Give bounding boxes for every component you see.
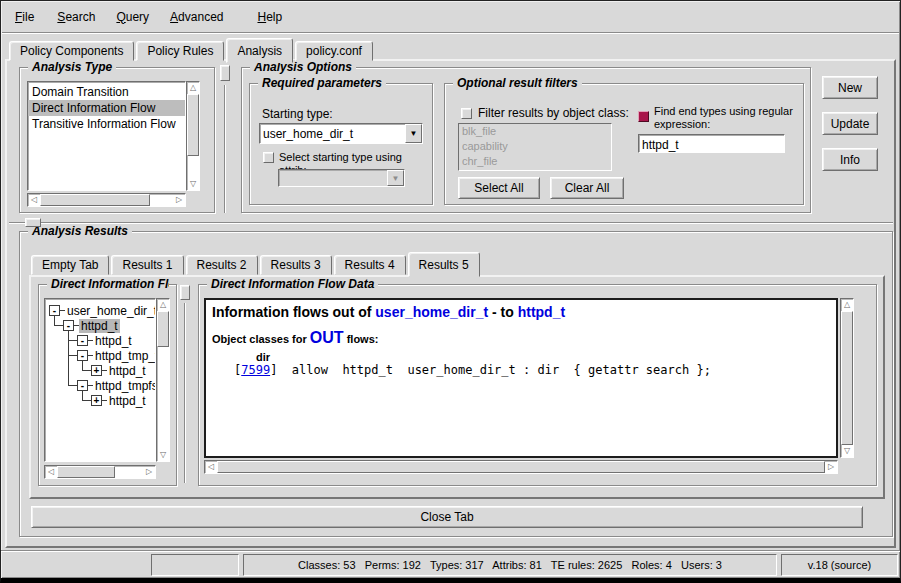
- analysis-type-vscrollbar[interactable]: △ ▽: [186, 81, 200, 191]
- flow-tree-hscrollbar[interactable]: ◁ ▷: [44, 465, 156, 479]
- scrollbar-thumb[interactable]: [40, 194, 150, 206]
- scroll-left-icon[interactable]: ◁: [28, 194, 40, 206]
- scrollbar-thumb[interactable]: [217, 461, 825, 473]
- tab-results-5[interactable]: Results 5: [408, 252, 480, 277]
- tree-expander-icon[interactable]: -: [77, 380, 88, 391]
- tab-policy-components[interactable]: Policy Components: [9, 41, 134, 61]
- object-class-name: dir: [256, 351, 836, 363]
- update-button[interactable]: Update: [822, 112, 878, 135]
- tab-results-3[interactable]: Results 3: [260, 255, 332, 275]
- scroll-left-icon[interactable]: ◁: [45, 466, 57, 478]
- scroll-up-icon[interactable]: △: [157, 299, 169, 311]
- scrollbar-thumb[interactable]: [157, 311, 169, 347]
- list-item: chr_file: [459, 154, 611, 169]
- tree-node-label[interactable]: httpd_t: [107, 364, 148, 378]
- tab-empty-tab[interactable]: Empty Tab: [31, 255, 109, 275]
- rule-number-link[interactable]: 7599: [241, 363, 270, 377]
- menu-bar: File Search Query Advanced Help: [2, 2, 899, 31]
- scroll-down-icon[interactable]: ▽: [841, 445, 853, 457]
- tree-expander-icon[interactable]: +: [91, 395, 102, 406]
- scrollbar-trough[interactable]: [157, 347, 169, 449]
- info-button[interactable]: Info: [822, 148, 878, 171]
- tree-node-label[interactable]: httpd_t: [79, 319, 120, 333]
- attrib-checkbox[interactable]: [263, 152, 274, 163]
- flow-data-title: Direct Information Flow Data: [207, 277, 378, 292]
- scrollbar-thumb[interactable]: [187, 94, 199, 156]
- analysis-type-listbox[interactable]: Domain Transition Direct Information Flo…: [27, 81, 186, 191]
- scrollbar-trough[interactable]: [150, 194, 173, 206]
- list-item[interactable]: Domain Transition: [28, 84, 185, 100]
- scrollbar-thumb[interactable]: [57, 466, 115, 478]
- scroll-right-icon[interactable]: ▷: [825, 461, 837, 473]
- list-item: capability: [459, 139, 611, 154]
- flow-tree-title: Direct Information Flow T: [47, 277, 169, 292]
- tree-expander-icon[interactable]: -: [77, 335, 88, 346]
- flow-data-hscrollbar[interactable]: ◁ ▷: [204, 460, 838, 474]
- horizontal-sash-line[interactable]: [9, 222, 893, 224]
- results-tabstrip: Empty Tab Results 1 Results 2 Results 3 …: [31, 252, 482, 275]
- scroll-left-icon[interactable]: ◁: [205, 461, 217, 473]
- dropdown-arrow-icon: ▼: [387, 170, 404, 186]
- object-class-checkbox-label[interactable]: Filter results by object class:: [478, 106, 629, 120]
- new-button[interactable]: New: [822, 76, 878, 99]
- regex-input[interactable]: [639, 137, 784, 154]
- horizontal-sash-handle[interactable]: [25, 218, 41, 227]
- tree-node-label[interactable]: httpd_t: [93, 334, 134, 348]
- scroll-down-icon[interactable]: ▽: [157, 449, 169, 461]
- list-item[interactable]: Transitive Information Flow: [28, 116, 185, 132]
- tree-expander-icon[interactable]: -: [77, 350, 88, 361]
- starting-type-combobox[interactable]: ▼: [259, 123, 423, 144]
- flow-data-vscrollbar[interactable]: △ ▽: [840, 298, 854, 458]
- menu-help[interactable]: Help: [253, 7, 286, 27]
- regex-checkbox-label[interactable]: Find end types using regular expression:: [654, 105, 796, 131]
- menu-file[interactable]: File: [11, 7, 38, 27]
- menu-advanced[interactable]: Advanced: [166, 7, 227, 27]
- tab-policy-rules[interactable]: Policy Rules: [136, 41, 224, 61]
- scrollbar-trough[interactable]: [187, 156, 199, 178]
- tab-results-4[interactable]: Results 4: [334, 255, 406, 275]
- flow-tree-vscrollbar[interactable]: △ ▽: [156, 298, 170, 462]
- attrib-input: [279, 170, 387, 186]
- menu-query[interactable]: Query: [112, 7, 153, 27]
- tree-row: - httpd_t: [45, 318, 155, 333]
- dropdown-arrow-icon[interactable]: ▼: [405, 124, 422, 143]
- vertical-sash-handle[interactable]: [220, 65, 230, 81]
- tree-node-label[interactable]: httpd_t: [107, 394, 148, 408]
- tree-expander-icon[interactable]: -: [63, 320, 74, 331]
- tree-node-label[interactable]: user_home_dir_t: [65, 304, 156, 318]
- list-item[interactable]: Direct Information Flow: [28, 100, 185, 116]
- scroll-up-icon[interactable]: △: [841, 299, 853, 311]
- select-all-button[interactable]: Select All: [458, 177, 540, 199]
- menu-search[interactable]: Search: [53, 7, 99, 27]
- vertical-sash-line[interactable]: [224, 85, 226, 213]
- analysis-type-hscrollbar[interactable]: ◁ ▷: [27, 193, 186, 207]
- target-type: httpd_t: [518, 304, 565, 320]
- results-sash-line[interactable]: [184, 303, 186, 483]
- clear-all-button[interactable]: Clear All: [550, 177, 624, 199]
- scroll-down-icon[interactable]: ▽: [187, 178, 199, 190]
- statusbar-separator: [1, 550, 900, 552]
- scrollbar-thumb[interactable]: [841, 311, 853, 445]
- object-class-checkbox[interactable]: [461, 108, 472, 119]
- flow-data-textarea[interactable]: Information flows out of user_home_dir_t…: [204, 298, 838, 458]
- tab-analysis[interactable]: Analysis: [226, 38, 293, 63]
- tree-expander-icon[interactable]: +: [91, 365, 102, 376]
- tree-node-label[interactable]: httpd_tmpfs_: [93, 379, 156, 393]
- scroll-right-icon[interactable]: ▷: [143, 466, 155, 478]
- scroll-right-icon[interactable]: ▷: [173, 194, 185, 206]
- tab-policy-conf[interactable]: policy.conf: [295, 41, 373, 61]
- tree-expander-icon[interactable]: -: [49, 305, 60, 316]
- regex-checkbox[interactable]: [638, 111, 649, 122]
- tree-node-label[interactable]: httpd_tmp_t: [93, 349, 156, 363]
- scroll-up-icon[interactable]: △: [187, 82, 199, 94]
- analysis-results-title: Analysis Results: [28, 224, 132, 239]
- results-sash-handle[interactable]: [180, 285, 190, 300]
- tab-results-2[interactable]: Results 2: [186, 255, 258, 275]
- flow-tree[interactable]: - user_home_dir_t - httpd_t - httpd_t - …: [44, 298, 156, 462]
- starting-type-input[interactable]: [260, 124, 405, 143]
- tab-results-1[interactable]: Results 1: [111, 255, 183, 275]
- scrollbar-trough[interactable]: [115, 466, 143, 478]
- regex-entry-wrap: [638, 134, 785, 153]
- starting-type-label: Starting type:: [262, 107, 333, 121]
- close-tab-button[interactable]: Close Tab: [31, 506, 863, 528]
